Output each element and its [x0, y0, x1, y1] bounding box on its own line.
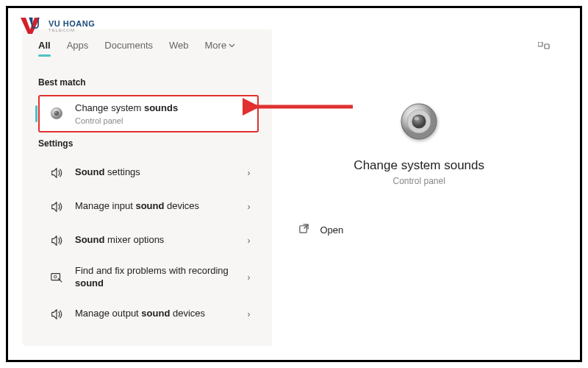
- volume-icon: [47, 163, 66, 183]
- chevron-right-icon: ›: [247, 168, 250, 178]
- result-title: Manage output sound devices: [75, 308, 241, 320]
- speaker-icon: [47, 104, 66, 123]
- volume-icon: [47, 197, 66, 216]
- open-label: Open: [320, 224, 343, 236]
- troubleshoot-icon: [47, 268, 66, 287]
- result-title: Manage input sound devices: [75, 200, 241, 213]
- tab-documents[interactable]: Documents: [104, 40, 153, 57]
- annotation-arrow-icon: [243, 96, 360, 118]
- tab-more-label: More: [205, 40, 227, 51]
- open-action[interactable]: Open: [294, 216, 544, 244]
- svg-point-3: [54, 111, 60, 116]
- search-tabs: All Apps Documents Web More: [22, 29, 566, 57]
- logo-sub: TELECOM: [49, 28, 95, 32]
- best-match-heading: Best match: [38, 77, 259, 88]
- search-results-panel: All Apps Documents Web More Best match: [22, 29, 566, 346]
- detail-sub: Control panel: [392, 176, 445, 186]
- watermark-logo: VU HOANG TELECOM: [21, 16, 95, 35]
- svg-point-9: [412, 114, 426, 128]
- best-match-item[interactable]: Change system sounds Control panel: [38, 95, 259, 132]
- result-title: Sound settings: [75, 166, 241, 179]
- settings-item-output-devices[interactable]: Manage output sound devices ›: [38, 297, 259, 331]
- tab-more[interactable]: More: [205, 40, 236, 57]
- svg-rect-0: [538, 42, 542, 46]
- svg-point-10: [415, 116, 419, 120]
- open-icon: [298, 223, 309, 236]
- result-title: Sound mixer options: [75, 234, 241, 247]
- volume-icon: [47, 305, 66, 324]
- svg-point-4: [55, 112, 57, 113]
- logo-name: VU HOANG: [49, 20, 95, 28]
- volume-icon: [47, 231, 66, 250]
- best-match-sub: Control panel: [75, 116, 250, 125]
- settings-heading: Settings: [38, 138, 259, 149]
- settings-item-troubleshoot[interactable]: Find and fix problems with recording sou…: [38, 258, 259, 297]
- chevron-right-icon: ›: [247, 272, 250, 283]
- chevron-down-icon: [229, 43, 235, 48]
- result-title: Find and fix problems with recording sou…: [75, 265, 241, 290]
- svg-point-6: [54, 275, 57, 278]
- window-options-icon[interactable]: [538, 42, 550, 54]
- results-list: Best match Change system sounds Control …: [22, 61, 272, 331]
- logo-mark-icon: [21, 16, 46, 35]
- settings-item-mixer[interactable]: Sound mixer options ›: [38, 224, 259, 258]
- settings-item-sound-settings[interactable]: Sound settings ›: [38, 156, 259, 190]
- tab-web[interactable]: Web: [169, 40, 189, 57]
- tab-apps[interactable]: Apps: [67, 40, 89, 57]
- tab-all[interactable]: All: [38, 40, 51, 57]
- chevron-right-icon: ›: [247, 309, 250, 319]
- svg-rect-1: [545, 44, 549, 49]
- best-match-title: Change system sounds: [75, 102, 250, 115]
- detail-title: Change system sounds: [354, 158, 484, 173]
- settings-item-input-devices[interactable]: Manage input sound devices ›: [38, 190, 259, 224]
- speaker-large-icon: [395, 98, 442, 145]
- chevron-right-icon: ›: [247, 236, 250, 246]
- chevron-right-icon: ›: [247, 202, 250, 212]
